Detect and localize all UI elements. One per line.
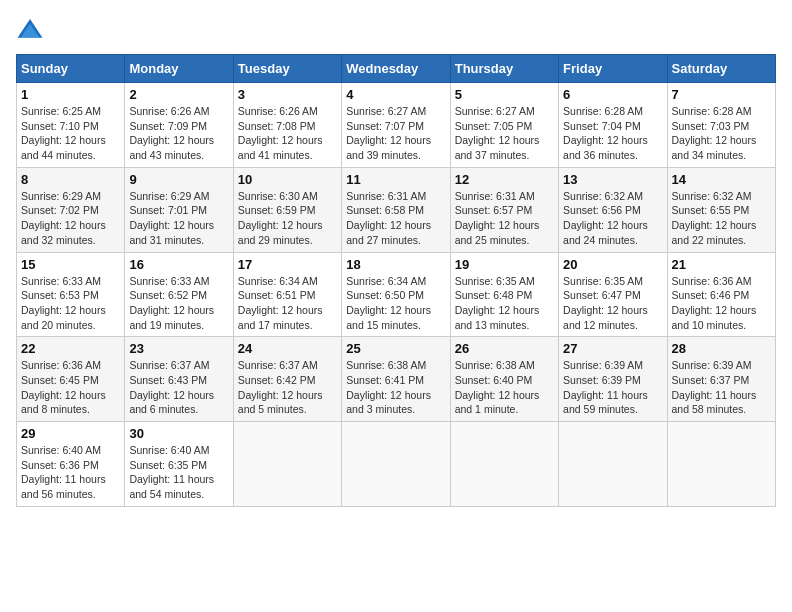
day-info: Sunrise: 6:26 AMSunset: 7:08 PMDaylight:… xyxy=(238,104,337,163)
weekday-header-wednesday: Wednesday xyxy=(342,55,450,83)
weekday-header-tuesday: Tuesday xyxy=(233,55,341,83)
day-info: Sunrise: 6:40 AMSunset: 6:35 PMDaylight:… xyxy=(129,443,228,502)
day-number: 2 xyxy=(129,87,228,102)
day-info: Sunrise: 6:35 AMSunset: 6:47 PMDaylight:… xyxy=(563,274,662,333)
day-info: Sunrise: 6:27 AMSunset: 7:05 PMDaylight:… xyxy=(455,104,554,163)
day-info: Sunrise: 6:37 AMSunset: 6:43 PMDaylight:… xyxy=(129,358,228,417)
day-info: Sunrise: 6:31 AMSunset: 6:58 PMDaylight:… xyxy=(346,189,445,248)
day-info: Sunrise: 6:28 AMSunset: 7:04 PMDaylight:… xyxy=(563,104,662,163)
day-info: Sunrise: 6:29 AMSunset: 7:01 PMDaylight:… xyxy=(129,189,228,248)
day-number: 28 xyxy=(672,341,771,356)
day-info: Sunrise: 6:27 AMSunset: 7:07 PMDaylight:… xyxy=(346,104,445,163)
day-number: 30 xyxy=(129,426,228,441)
weekday-header-friday: Friday xyxy=(559,55,667,83)
weekday-header-row: SundayMondayTuesdayWednesdayThursdayFrid… xyxy=(17,55,776,83)
calendar-cell: 30Sunrise: 6:40 AMSunset: 6:35 PMDayligh… xyxy=(125,422,233,507)
calendar-cell: 23Sunrise: 6:37 AMSunset: 6:43 PMDayligh… xyxy=(125,337,233,422)
calendar-cell: 9Sunrise: 6:29 AMSunset: 7:01 PMDaylight… xyxy=(125,167,233,252)
day-number: 16 xyxy=(129,257,228,272)
day-number: 27 xyxy=(563,341,662,356)
calendar-cell: 24Sunrise: 6:37 AMSunset: 6:42 PMDayligh… xyxy=(233,337,341,422)
day-number: 6 xyxy=(563,87,662,102)
calendar-cell: 11Sunrise: 6:31 AMSunset: 6:58 PMDayligh… xyxy=(342,167,450,252)
calendar-cell xyxy=(342,422,450,507)
weekday-header-sunday: Sunday xyxy=(17,55,125,83)
calendar-cell: 1Sunrise: 6:25 AMSunset: 7:10 PMDaylight… xyxy=(17,83,125,168)
calendar-cell xyxy=(233,422,341,507)
day-info: Sunrise: 6:30 AMSunset: 6:59 PMDaylight:… xyxy=(238,189,337,248)
day-number: 19 xyxy=(455,257,554,272)
weekday-header-thursday: Thursday xyxy=(450,55,558,83)
day-number: 18 xyxy=(346,257,445,272)
day-number: 20 xyxy=(563,257,662,272)
calendar-cell: 5Sunrise: 6:27 AMSunset: 7:05 PMDaylight… xyxy=(450,83,558,168)
logo xyxy=(16,16,48,44)
day-info: Sunrise: 6:36 AMSunset: 6:45 PMDaylight:… xyxy=(21,358,120,417)
calendar-cell: 4Sunrise: 6:27 AMSunset: 7:07 PMDaylight… xyxy=(342,83,450,168)
day-info: Sunrise: 6:36 AMSunset: 6:46 PMDaylight:… xyxy=(672,274,771,333)
day-info: Sunrise: 6:33 AMSunset: 6:53 PMDaylight:… xyxy=(21,274,120,333)
day-info: Sunrise: 6:35 AMSunset: 6:48 PMDaylight:… xyxy=(455,274,554,333)
calendar-cell: 27Sunrise: 6:39 AMSunset: 6:39 PMDayligh… xyxy=(559,337,667,422)
day-number: 10 xyxy=(238,172,337,187)
logo-icon xyxy=(16,16,44,44)
calendar-week-row: 15Sunrise: 6:33 AMSunset: 6:53 PMDayligh… xyxy=(17,252,776,337)
calendar-cell: 13Sunrise: 6:32 AMSunset: 6:56 PMDayligh… xyxy=(559,167,667,252)
day-info: Sunrise: 6:29 AMSunset: 7:02 PMDaylight:… xyxy=(21,189,120,248)
calendar-cell: 3Sunrise: 6:26 AMSunset: 7:08 PMDaylight… xyxy=(233,83,341,168)
calendar-body: 1Sunrise: 6:25 AMSunset: 7:10 PMDaylight… xyxy=(17,83,776,507)
calendar-cell: 10Sunrise: 6:30 AMSunset: 6:59 PMDayligh… xyxy=(233,167,341,252)
day-info: Sunrise: 6:39 AMSunset: 6:39 PMDaylight:… xyxy=(563,358,662,417)
day-number: 8 xyxy=(21,172,120,187)
calendar-week-row: 22Sunrise: 6:36 AMSunset: 6:45 PMDayligh… xyxy=(17,337,776,422)
day-number: 24 xyxy=(238,341,337,356)
calendar-cell xyxy=(667,422,775,507)
calendar-cell: 21Sunrise: 6:36 AMSunset: 6:46 PMDayligh… xyxy=(667,252,775,337)
calendar-cell: 12Sunrise: 6:31 AMSunset: 6:57 PMDayligh… xyxy=(450,167,558,252)
day-number: 14 xyxy=(672,172,771,187)
day-info: Sunrise: 6:40 AMSunset: 6:36 PMDaylight:… xyxy=(21,443,120,502)
calendar-cell: 18Sunrise: 6:34 AMSunset: 6:50 PMDayligh… xyxy=(342,252,450,337)
calendar-week-row: 29Sunrise: 6:40 AMSunset: 6:36 PMDayligh… xyxy=(17,422,776,507)
day-number: 5 xyxy=(455,87,554,102)
calendar-table: SundayMondayTuesdayWednesdayThursdayFrid… xyxy=(16,54,776,507)
calendar-cell: 2Sunrise: 6:26 AMSunset: 7:09 PMDaylight… xyxy=(125,83,233,168)
calendar-cell: 6Sunrise: 6:28 AMSunset: 7:04 PMDaylight… xyxy=(559,83,667,168)
calendar-cell: 22Sunrise: 6:36 AMSunset: 6:45 PMDayligh… xyxy=(17,337,125,422)
calendar-cell xyxy=(450,422,558,507)
day-info: Sunrise: 6:25 AMSunset: 7:10 PMDaylight:… xyxy=(21,104,120,163)
day-info: Sunrise: 6:32 AMSunset: 6:55 PMDaylight:… xyxy=(672,189,771,248)
calendar-cell: 17Sunrise: 6:34 AMSunset: 6:51 PMDayligh… xyxy=(233,252,341,337)
day-info: Sunrise: 6:38 AMSunset: 6:41 PMDaylight:… xyxy=(346,358,445,417)
day-info: Sunrise: 6:38 AMSunset: 6:40 PMDaylight:… xyxy=(455,358,554,417)
day-info: Sunrise: 6:33 AMSunset: 6:52 PMDaylight:… xyxy=(129,274,228,333)
calendar-cell: 20Sunrise: 6:35 AMSunset: 6:47 PMDayligh… xyxy=(559,252,667,337)
calendar-cell: 26Sunrise: 6:38 AMSunset: 6:40 PMDayligh… xyxy=(450,337,558,422)
calendar-cell: 25Sunrise: 6:38 AMSunset: 6:41 PMDayligh… xyxy=(342,337,450,422)
calendar-cell: 29Sunrise: 6:40 AMSunset: 6:36 PMDayligh… xyxy=(17,422,125,507)
day-number: 7 xyxy=(672,87,771,102)
calendar-week-row: 1Sunrise: 6:25 AMSunset: 7:10 PMDaylight… xyxy=(17,83,776,168)
day-number: 29 xyxy=(21,426,120,441)
weekday-header-saturday: Saturday xyxy=(667,55,775,83)
day-info: Sunrise: 6:28 AMSunset: 7:03 PMDaylight:… xyxy=(672,104,771,163)
day-number: 11 xyxy=(346,172,445,187)
day-number: 17 xyxy=(238,257,337,272)
calendar-week-row: 8Sunrise: 6:29 AMSunset: 7:02 PMDaylight… xyxy=(17,167,776,252)
day-number: 13 xyxy=(563,172,662,187)
day-number: 26 xyxy=(455,341,554,356)
calendar-cell: 16Sunrise: 6:33 AMSunset: 6:52 PMDayligh… xyxy=(125,252,233,337)
day-info: Sunrise: 6:32 AMSunset: 6:56 PMDaylight:… xyxy=(563,189,662,248)
calendar-cell xyxy=(559,422,667,507)
day-number: 12 xyxy=(455,172,554,187)
day-number: 25 xyxy=(346,341,445,356)
calendar-cell: 14Sunrise: 6:32 AMSunset: 6:55 PMDayligh… xyxy=(667,167,775,252)
day-info: Sunrise: 6:34 AMSunset: 6:50 PMDaylight:… xyxy=(346,274,445,333)
weekday-header-monday: Monday xyxy=(125,55,233,83)
day-number: 4 xyxy=(346,87,445,102)
calendar-cell: 7Sunrise: 6:28 AMSunset: 7:03 PMDaylight… xyxy=(667,83,775,168)
calendar-cell: 8Sunrise: 6:29 AMSunset: 7:02 PMDaylight… xyxy=(17,167,125,252)
day-number: 23 xyxy=(129,341,228,356)
day-info: Sunrise: 6:31 AMSunset: 6:57 PMDaylight:… xyxy=(455,189,554,248)
calendar-cell: 15Sunrise: 6:33 AMSunset: 6:53 PMDayligh… xyxy=(17,252,125,337)
